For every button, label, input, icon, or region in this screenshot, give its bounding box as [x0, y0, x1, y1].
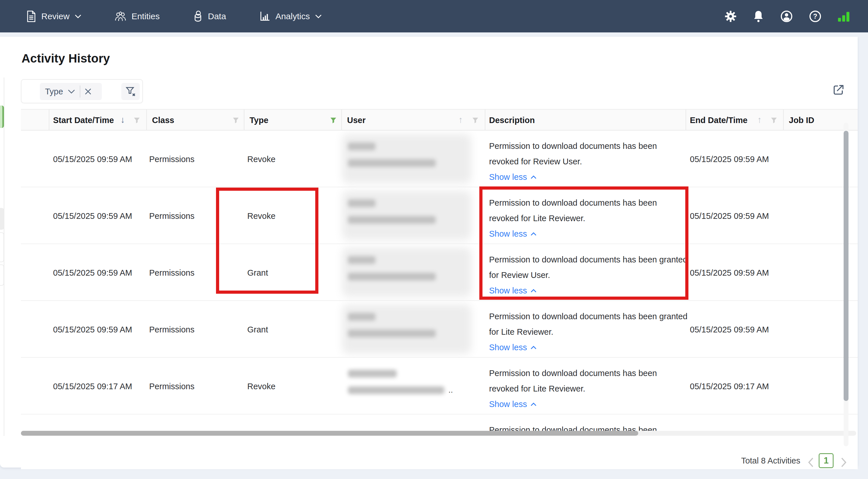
rail-tab[interactable] — [0, 264, 4, 286]
cell-type: Revoke — [247, 155, 275, 164]
top-navigation: Review Entities Data — [0, 0, 868, 32]
left-rail — [0, 77, 4, 436]
show-less-link[interactable]: Show less — [489, 400, 537, 409]
cell-class: Permissions — [149, 268, 194, 278]
column-divider — [146, 109, 147, 131]
redacted-user-email — [348, 216, 436, 224]
remove-filter-x-icon[interactable] — [85, 88, 91, 95]
clear-all-filters-button[interactable] — [121, 83, 140, 100]
chevron-down-icon — [74, 14, 82, 19]
type-filter-chip[interactable]: Type — [40, 83, 102, 100]
cell-class: Permissions — [149, 212, 194, 221]
sort-desc-arrow-icon[interactable]: ↓ — [121, 115, 125, 125]
document-icon — [26, 11, 36, 22]
cell-start-date: 05/15/2025 09:59 AM — [53, 268, 132, 278]
cell-start-date: 05/15/2025 09:59 AM — [53, 155, 132, 164]
header-type[interactable]: Type — [250, 109, 269, 131]
cell-description-line2: revoked for Review User. — [489, 157, 582, 166]
column-divider — [686, 109, 686, 131]
filter-funnel-icon[interactable] — [133, 117, 140, 124]
nav-left-group: Review Entities Data — [0, 11, 355, 22]
table-row[interactable]: 05/15/2025 09:17 AM Permissions Revoke .… — [21, 358, 858, 414]
svg-text:?: ? — [813, 12, 817, 20]
cell-description-line1: Permission to download documents has bee… — [489, 369, 657, 378]
pagination-next-button[interactable] — [840, 457, 847, 469]
chip-divider — [80, 86, 80, 98]
database-icon — [193, 11, 203, 22]
pagination-page-1[interactable]: 1 — [819, 453, 834, 468]
cell-description-line1: Permission to download documents has bee… — [489, 312, 688, 321]
export-button[interactable] — [831, 83, 846, 98]
redacted-user-email — [348, 329, 436, 337]
show-less-link[interactable]: Show less — [489, 172, 537, 182]
vertical-scrollbar[interactable] — [844, 123, 848, 446]
header-class[interactable]: Class — [152, 109, 174, 131]
table-row[interactable]: 05/15/2025 09:59 AM Permissions Revoke P… — [21, 130, 858, 187]
column-divider — [341, 109, 342, 131]
cell-end-date: 05/15/2025 09:59 AM — [690, 212, 769, 221]
cell-end-date: 05/15/2025 09:59 AM — [690, 155, 769, 164]
nav-item-entities[interactable]: Entities — [115, 11, 159, 22]
settings-gear-icon[interactable] — [724, 10, 737, 22]
export-icon — [832, 84, 845, 96]
cell-end-date: 05/15/2025 09:59 AM — [690, 325, 769, 334]
show-less-link[interactable]: Show less — [489, 343, 537, 352]
nav-item-label: Entities — [131, 11, 159, 21]
nav-item-label: Analytics — [275, 11, 310, 21]
filter-funnel-active-icon[interactable] — [330, 117, 337, 124]
header-end-date[interactable]: End Date/Time — [690, 109, 747, 131]
cell-description-line1: Permission to download documents has bee… — [489, 141, 657, 151]
cell-type: Revoke — [247, 382, 275, 391]
pagination-prev-button[interactable] — [807, 457, 814, 469]
table-row[interactable]: 05/15/2025 09:59 AM Permissions Grant Pe… — [21, 301, 858, 358]
header-job-id[interactable]: Job ID — [789, 109, 814, 131]
cell-start-date: 05/15/2025 09:59 AM — [53, 325, 132, 334]
horizontal-scrollbar[interactable] — [21, 431, 856, 436]
help-icon[interactable]: ? — [809, 10, 822, 23]
nav-item-data[interactable]: Data — [193, 11, 226, 22]
header-user[interactable]: User — [347, 109, 366, 131]
user-account-icon[interactable] — [780, 10, 793, 23]
redacted-user-name — [348, 370, 397, 378]
rail-tab[interactable] — [0, 208, 4, 230]
filter-chip-label: Type — [45, 87, 63, 96]
sort-asc-arrow-icon[interactable]: ↑ — [458, 115, 463, 125]
cell-start-date: 05/15/2025 09:59 AM — [53, 212, 132, 221]
cell-description-line2: for Lite Reviewer. — [489, 327, 553, 337]
filter-funnel-icon[interactable] — [232, 117, 239, 124]
header-description[interactable]: Description — [489, 109, 535, 131]
table-row[interactable]: 05/15/2025 09:59 AM Permissions Grant Pe… — [21, 244, 858, 301]
table-body: 05/15/2025 09:59 AM Permissions Revoke P… — [21, 130, 858, 469]
funnel-x-icon — [125, 86, 136, 97]
chevron-up-icon — [530, 175, 537, 179]
notifications-bell-icon[interactable] — [753, 10, 764, 23]
header-start-date[interactable]: Start Date/Time — [53, 109, 114, 131]
nav-item-analytics[interactable]: Analytics — [259, 11, 322, 22]
chevron-right-icon — [840, 457, 847, 468]
nav-item-review[interactable]: Review — [26, 11, 82, 22]
vertical-scrollbar-thumb[interactable] — [844, 131, 848, 401]
cell-start-date: 05/15/2025 09:17 AM — [53, 382, 132, 391]
rail-tab[interactable] — [0, 232, 4, 262]
filter-funnel-icon[interactable] — [472, 117, 479, 124]
redacted-user-email — [348, 159, 436, 167]
chevron-down-icon[interactable] — [68, 89, 75, 94]
annotation-box-description — [479, 186, 688, 300]
horizontal-scrollbar-thumb[interactable] — [21, 431, 638, 436]
signal-status-icon[interactable] — [838, 11, 850, 22]
rail-tab-active[interactable] — [0, 105, 4, 128]
nav-right-group: ? — [724, 10, 868, 23]
sort-asc-arrow-icon[interactable]: ↑ — [757, 115, 762, 125]
redacted-user-email — [348, 273, 436, 281]
user-truncation-dots: .. — [448, 385, 453, 395]
redacted-user-blob — [342, 304, 471, 354]
redacted-user-name — [348, 313, 375, 321]
bar-chart-icon — [259, 11, 270, 22]
cell-end-date: 05/15/2025 09:17 AM — [690, 382, 769, 391]
page-title: Activity History — [22, 52, 110, 65]
table-row[interactable]: 05/15/2025 09:59 AM Permissions Revoke P… — [21, 187, 858, 244]
cell-class: Permissions — [149, 155, 194, 164]
redacted-user-blob — [342, 134, 471, 183]
filter-funnel-icon[interactable] — [771, 117, 777, 124]
chevron-left-icon — [807, 457, 814, 468]
